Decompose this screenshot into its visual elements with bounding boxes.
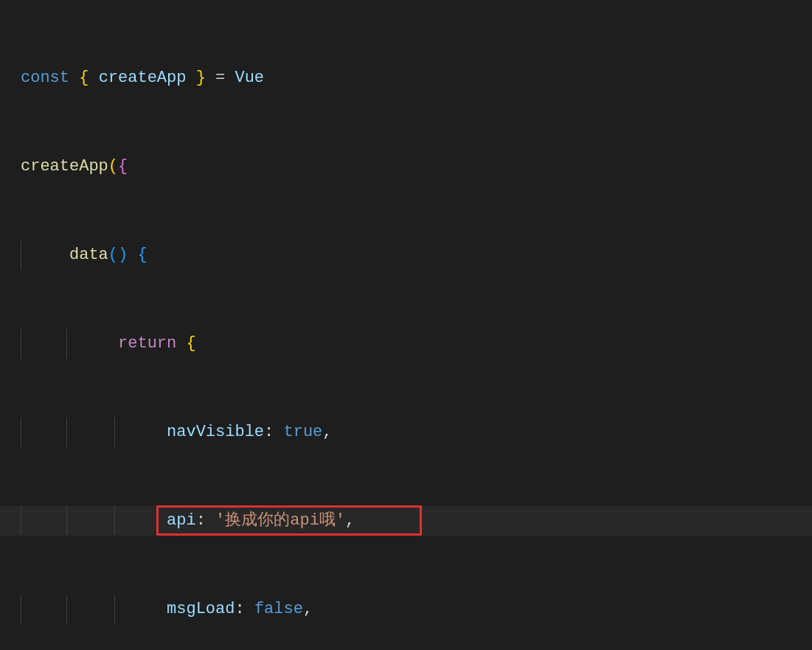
comma: , [303, 600, 313, 618]
code-line: const { createApp } = Vue [0, 63, 812, 93]
code-line: msgLoad: false, [0, 595, 812, 624]
brace: { [137, 246, 147, 264]
colon: : [235, 600, 244, 618]
keyword-return: return [118, 334, 176, 353]
property: msgLoad [167, 600, 235, 618]
colon: : [264, 423, 274, 441]
boolean: true [283, 423, 322, 441]
identifier: Vue [235, 69, 264, 87]
property-api: api [167, 511, 196, 530]
brace: } [196, 69, 206, 87]
code-block: const { createApp } = Vue createApp({ da… [0, 4, 812, 650]
code-line: createApp({ [0, 152, 812, 181]
method-name: data [69, 246, 108, 264]
code-line: navVisible: true, [0, 418, 812, 447]
property: navVisible [167, 423, 264, 441]
brace: { [118, 157, 128, 176]
paren: () [108, 246, 128, 264]
colon: : [196, 511, 206, 530]
string-api-value: '换成你的api哦' [215, 511, 345, 530]
boolean: false [254, 600, 303, 618]
comma: , [345, 511, 355, 530]
keyword-const: const [21, 69, 69, 87]
code-line-highlighted: api: '换成你的api哦', [0, 506, 812, 536]
function-call: createApp [21, 157, 108, 176]
code-line: return { [0, 329, 812, 359]
operator: = [215, 69, 225, 87]
brace: { [79, 69, 89, 87]
code-line: data() { [0, 241, 812, 270]
comma: , [322, 423, 332, 441]
paren: ( [108, 157, 118, 176]
brace: { [186, 334, 195, 353]
identifier: createApp [99, 69, 187, 87]
